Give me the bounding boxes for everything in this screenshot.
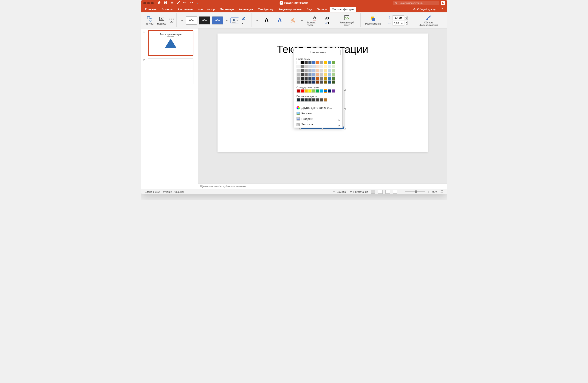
texture-fill-item[interactable]: Текстура (294, 122, 342, 127)
minimize-button[interactable] (147, 2, 150, 4)
color-swatch[interactable] (308, 80, 312, 84)
color-swatch[interactable] (320, 65, 323, 68)
color-swatch[interactable] (304, 73, 308, 76)
comments-toggle[interactable]: Примечания (349, 191, 368, 193)
tab-рецензирование[interactable]: Рецензирование (276, 7, 304, 12)
color-swatch[interactable] (332, 69, 335, 72)
tab-анимация[interactable]: Анимация (237, 7, 255, 12)
maximize-button[interactable] (151, 2, 154, 4)
color-swatch[interactable] (304, 69, 308, 72)
color-swatch[interactable] (328, 69, 331, 72)
sorter-view-button[interactable] (378, 190, 383, 194)
color-swatch[interactable] (312, 98, 315, 102)
color-swatch[interactable] (308, 73, 312, 76)
user-avatar[interactable] (441, 1, 445, 5)
color-swatch[interactable] (320, 89, 323, 93)
textbox-button[interactable]: A Надпись (156, 15, 167, 25)
tab-вид[interactable]: Вид (304, 7, 315, 12)
format-pane-button[interactable]: Область форматирования (414, 14, 443, 27)
color-swatch[interactable] (300, 80, 304, 84)
zoom-level[interactable]: 99% (432, 191, 437, 193)
tab-запись[interactable]: Запись (315, 7, 329, 12)
color-swatch[interactable] (332, 65, 335, 68)
color-swatch[interactable] (300, 89, 304, 93)
close-button[interactable] (143, 2, 146, 4)
notes-pane[interactable]: Щелкните, чтобы добавить заметки (198, 184, 447, 189)
slide-thumbnail[interactable] (148, 58, 193, 84)
wordart-style-3[interactable]: А (287, 16, 298, 24)
color-swatch[interactable] (316, 73, 319, 76)
search-box[interactable] (393, 1, 439, 5)
share-button[interactable]: Общий доступ (413, 8, 439, 11)
redo-icon[interactable] (189, 1, 193, 5)
text-fill-button[interactable]: А Заливка текста (306, 14, 323, 27)
color-swatch[interactable] (316, 65, 319, 68)
height-field[interactable]: ▴▾ (388, 15, 408, 20)
color-swatch[interactable] (320, 73, 323, 76)
save-icon[interactable] (164, 1, 168, 5)
color-swatch[interactable] (296, 80, 300, 84)
wordart-style-2[interactable]: А (274, 16, 285, 24)
color-swatch[interactable] (300, 61, 304, 64)
color-swatch[interactable] (328, 77, 331, 80)
color-swatch[interactable] (320, 80, 323, 84)
color-swatch[interactable] (332, 61, 335, 64)
tab-конструктор[interactable]: Конструктор (195, 7, 217, 12)
no-fill-button[interactable]: Нет заливки (296, 50, 341, 55)
color-swatch[interactable] (296, 65, 300, 68)
color-swatch[interactable] (312, 89, 315, 93)
tab-рисование[interactable]: Рисование (175, 7, 195, 12)
color-swatch[interactable] (324, 65, 327, 68)
wordart-prev-icon[interactable]: ◀ (255, 19, 259, 21)
color-swatch[interactable] (316, 98, 319, 102)
color-swatch[interactable] (324, 77, 327, 80)
fit-to-window-button[interactable] (440, 190, 443, 194)
color-swatch[interactable] (324, 61, 327, 64)
wordart-next-icon[interactable]: ▶ (300, 19, 304, 21)
color-swatch[interactable] (332, 89, 335, 93)
zoom-slider[interactable] (405, 192, 425, 192)
color-swatch[interactable] (332, 73, 335, 76)
color-swatch[interactable] (316, 61, 319, 64)
color-swatch[interactable] (332, 80, 335, 84)
shape-style-1[interactable]: Абв (186, 16, 197, 24)
color-swatch[interactable] (316, 77, 319, 80)
resize-handle-tr[interactable] (344, 89, 346, 91)
color-swatch[interactable] (324, 89, 327, 93)
color-swatch[interactable] (324, 73, 327, 76)
edit-icon[interactable] (177, 1, 180, 5)
color-swatch[interactable] (316, 89, 319, 93)
width-field[interactable]: ▴▾ (388, 21, 408, 25)
shapes-button[interactable]: Фигуры (145, 15, 154, 25)
wordart-style-1[interactable]: А (261, 16, 272, 24)
tab-главная[interactable]: Главная (143, 7, 159, 12)
color-swatch[interactable] (308, 77, 312, 80)
color-swatch[interactable] (328, 65, 331, 68)
color-swatch[interactable] (304, 80, 308, 84)
color-swatch[interactable] (308, 89, 312, 93)
shape-style-2[interactable]: Абв (199, 16, 210, 24)
color-swatch[interactable] (300, 98, 304, 102)
qa-dropdown-icon[interactable]: ▾ (196, 2, 199, 4)
color-swatch[interactable] (316, 80, 319, 84)
resize-handle-bm[interactable] (322, 128, 323, 129)
shape-style-3[interactable]: Абв (212, 16, 223, 24)
text-outline-button[interactable]: A▾ (325, 16, 329, 20)
color-swatch[interactable] (324, 98, 327, 102)
shape-outline-button[interactable]: ▾ (241, 15, 249, 26)
resize-handle-mr[interactable] (344, 108, 346, 110)
color-swatch[interactable] (300, 77, 304, 80)
color-swatch[interactable] (304, 61, 308, 64)
color-swatch[interactable] (296, 61, 300, 64)
zoom-in-button[interactable]: + (428, 190, 430, 194)
color-swatch[interactable] (320, 98, 323, 102)
height-down[interactable]: ▾ (405, 18, 408, 20)
color-swatch[interactable] (304, 77, 308, 80)
gradient-fill-item[interactable]: Градиент (294, 116, 342, 122)
tab-формат-фигуры[interactable]: Формат фигуры (330, 7, 356, 12)
color-swatch[interactable] (300, 69, 304, 72)
color-swatch[interactable] (328, 73, 331, 76)
merge-shapes-icon[interactable] (169, 21, 174, 23)
color-swatch[interactable] (320, 61, 323, 64)
color-swatch[interactable] (296, 98, 300, 102)
